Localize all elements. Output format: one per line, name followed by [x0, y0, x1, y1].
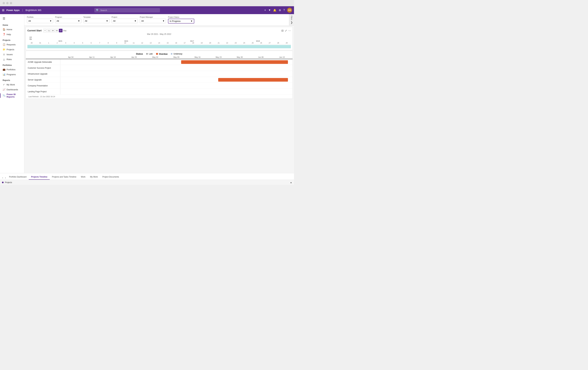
- gantt-filter-icon[interactable]: ⊟: [281, 29, 284, 32]
- gantt-highlight-bar: [27, 45, 291, 48]
- sidebar-item-powerbi[interactable]: 📉 Power BI Reports: [0, 92, 24, 99]
- day-31: 31: [36, 42, 44, 44]
- date-may09: May 09: [166, 56, 187, 58]
- filter-icon[interactable]: ▼: [268, 9, 271, 12]
- search-icon: 🔍: [96, 9, 99, 12]
- legend-underway: Underway: [171, 53, 182, 55]
- gantt-expand-icon[interactable]: ⤢: [285, 29, 287, 32]
- tab-project-documents[interactable]: Project Documents: [100, 174, 121, 180]
- sidebar-label-help: Help: [7, 33, 11, 36]
- project-row-customer: Customer Success Project: [26, 65, 293, 71]
- search-bar[interactable]: 🔍: [94, 8, 160, 12]
- tab-work[interactable]: Work: [79, 174, 88, 180]
- filter-project-chevron: ▼: [134, 20, 136, 22]
- day-6: 6: [87, 42, 95, 44]
- sidebar-item-requests[interactable]: 📋 Requests: [0, 42, 24, 47]
- window-control-3[interactable]: [10, 2, 12, 4]
- sidebar-item-mywork[interactable]: ✓ My Work: [0, 82, 24, 87]
- help-icon[interactable]: ?: [283, 9, 285, 12]
- sidebar-item-risks[interactable]: △ Risks: [0, 57, 24, 62]
- sidebar-item-help[interactable]: ❓ Help: [0, 32, 24, 37]
- status-bar-label: Projects: [5, 181, 12, 184]
- date-jun13: Jun 13: [271, 56, 293, 58]
- brand-label: Power Apps: [6, 9, 20, 11]
- filter-pm-label: Project Manager: [140, 16, 166, 18]
- gear-icon[interactable]: ⚙: [279, 9, 281, 12]
- filter-status-label: Project Status: [168, 16, 194, 18]
- filter-pm-select[interactable]: All ▼: [140, 19, 166, 23]
- legend-overdue: Overdue: [156, 53, 168, 55]
- window-control-2[interactable]: [6, 2, 9, 4]
- gantt-more-icon[interactable]: ⋯: [288, 29, 291, 32]
- day-8: 8: [104, 42, 112, 44]
- tab-my-work[interactable]: My Work: [88, 174, 100, 180]
- filter-program-select[interactable]: All ▼: [55, 19, 81, 23]
- filter-status-select[interactable]: In Progress ▼: [168, 19, 194, 23]
- date-apr04: Apr 04: [60, 56, 81, 58]
- sidebar-item-projects[interactable]: 📁 Projects: [0, 47, 24, 52]
- filter-program-label: Program: [55, 16, 81, 18]
- project-name-infra: Infrastructure Upgrade: [26, 73, 60, 75]
- filter-portfolio-select[interactable]: All ▼: [27, 19, 53, 23]
- project-bar-landing: [60, 89, 293, 94]
- sidebar-item-issues[interactable]: ⚠ Issues: [0, 52, 24, 57]
- timescale-q-btn[interactable]: Q: [47, 29, 51, 32]
- filter-template: Template All ▼: [83, 16, 110, 23]
- project-bar-server: [60, 77, 293, 83]
- tab-portfolio-dashboard[interactable]: Portfolio Dashboard: [7, 174, 29, 180]
- date-may02: May 02: [145, 56, 166, 58]
- window-control-1[interactable]: [3, 2, 5, 4]
- day-9: 9: [112, 42, 121, 44]
- sidebar-label-issues: Issues: [7, 53, 13, 56]
- legend-label-late: Late: [149, 53, 153, 55]
- timescale-d-btn[interactable]: D: [59, 29, 63, 32]
- search-input[interactable]: [100, 9, 158, 11]
- gantt-week-row: W15 W16 W17 W18: [27, 40, 291, 42]
- project-name-landing: Landing Page Project: [26, 90, 60, 93]
- timescale-y-btn[interactable]: Y: [43, 29, 47, 32]
- gantt-days-row: 30 31 1 2 3 4 5 6 7 8 9 10 11 12 13 14 1…: [27, 42, 291, 44]
- date-apr18: Apr 18: [102, 56, 124, 58]
- date-may23: May 23: [208, 56, 229, 58]
- filter-portfolio-label: Portfolio: [27, 16, 53, 18]
- project-row-company: Company Presentation: [26, 83, 293, 89]
- filter-bar: Portfolio All ▼ Program All ▼ Template A…: [24, 14, 294, 26]
- avatar[interactable]: AG: [287, 8, 292, 13]
- hamburger-icon[interactable]: ☰: [0, 15, 24, 22]
- sidebar-label-home: Home: [7, 28, 12, 31]
- tab-projects-tasks-timeline[interactable]: Projects and Tasks Timeline: [50, 174, 79, 180]
- filter-project-select[interactable]: All ▼: [112, 19, 138, 23]
- day-12: 12: [138, 42, 147, 44]
- day-15: 15: [163, 42, 172, 44]
- tab-projects-timeline[interactable]: Projects Timeline: [29, 174, 50, 180]
- side-filters-toggle[interactable]: Filters ❯: [289, 14, 294, 25]
- bell-icon[interactable]: 🔔: [273, 9, 276, 12]
- date-apr25: Apr 25: [124, 56, 145, 58]
- quarter-label: Q2: [27, 36, 34, 38]
- bar-server-overdue: [218, 78, 288, 82]
- gantt-actions: ⊟ ⤢ ⋯: [281, 29, 291, 32]
- sidebar-item-home[interactable]: 🏠 Home: [0, 27, 24, 32]
- day-19: 19: [197, 42, 206, 44]
- expand-icon[interactable]: ▲: [290, 181, 292, 184]
- filters-label: Filters: [291, 16, 293, 20]
- sidebar-item-programs[interactable]: 📊 Programs: [0, 72, 24, 77]
- content-area: Portfolio All ▼ Program All ▼ Template A…: [24, 14, 294, 173]
- filter-template-select[interactable]: All ▼: [83, 19, 110, 23]
- sidebar-item-dashboards[interactable]: 📈 Dashboards: [0, 87, 24, 92]
- date-may30: May 30: [229, 56, 250, 58]
- timescale-w-btn[interactable]: W: [55, 29, 59, 32]
- day-17: 17: [180, 42, 189, 44]
- tab-nav-left[interactable]: ‹: [1, 176, 4, 180]
- gantt-title: Current Start: [27, 29, 42, 32]
- project-row-infra: Infrastructure Upgrade: [26, 71, 293, 77]
- tab-nav-right[interactable]: ›: [4, 176, 7, 180]
- apps-icon[interactable]: ⊞: [2, 8, 4, 12]
- add-icon[interactable]: +: [264, 9, 266, 12]
- requests-icon: 📋: [3, 43, 5, 46]
- day-2: 2: [53, 42, 61, 44]
- filter-pm: Project Manager All ▼: [140, 16, 166, 23]
- week-w15: W15: [27, 40, 93, 42]
- timescale-m-btn[interactable]: M: [51, 29, 55, 32]
- sidebar-item-portfolios[interactable]: 💼 Portfolios: [0, 67, 24, 72]
